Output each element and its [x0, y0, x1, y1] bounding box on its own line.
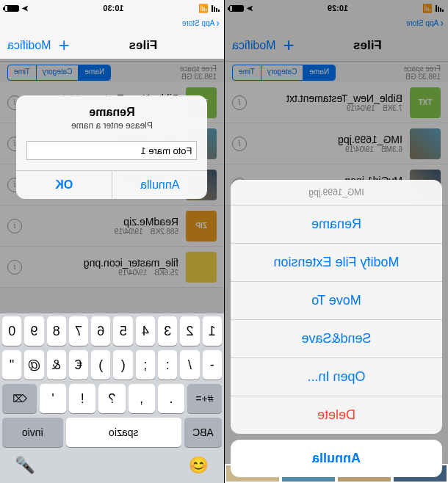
add-button[interactable]: + [59, 34, 70, 57]
key[interactable]: - [203, 350, 222, 380]
key[interactable]: ( [114, 350, 133, 380]
left-screenshot: 📶 10:30 ➤ ‹ App Store Files + Modifica F… [0, 0, 224, 483]
key[interactable]: ; [136, 350, 155, 380]
keyboard: 1 2 3 4 5 6 7 8 9 0 - / : ; ( ) € & @ [0, 313, 224, 483]
location-icon: ➤ [22, 4, 29, 13]
breadcrumb[interactable]: ‹ App Store [0, 16, 224, 29]
rename-dialog: Rename Please enter a name Annulla OK [17, 95, 208, 199]
key[interactable]: 5 [114, 316, 133, 346]
key[interactable]: 1 [203, 316, 222, 346]
sheet-rename[interactable]: Rename [231, 206, 442, 244]
status-time: 10:30 [103, 4, 123, 12]
nav-bar: Files + Modifica [0, 29, 224, 62]
abc-key[interactable]: ABC [184, 418, 222, 447]
ok-button[interactable]: OK [17, 171, 112, 199]
key[interactable]: @ [24, 350, 43, 380]
sheet-delete[interactable]: Delete [231, 396, 442, 434]
edit-button[interactable]: Modifica [7, 39, 51, 52]
key[interactable]: ' [40, 384, 66, 413]
key[interactable]: 7 [69, 316, 88, 346]
key[interactable]: 9 [24, 316, 43, 346]
breadcrumb-label: App Store [182, 19, 214, 27]
sheet-header: IMG_1699.jpg [231, 180, 442, 206]
cancel-button[interactable]: Annulla [112, 171, 208, 199]
page-title: Files [129, 38, 158, 53]
key[interactable]: ? [98, 384, 125, 413]
key[interactable]: ! [69, 384, 95, 413]
sheet-cancel[interactable]: Annulla [231, 440, 442, 477]
key[interactable]: 0 [2, 316, 21, 346]
shift-key[interactable]: #+= [187, 384, 222, 413]
dialog-title: Rename [27, 106, 198, 119]
key[interactable]: , [129, 384, 155, 413]
key[interactable]: & [47, 350, 66, 380]
sheet-open-in[interactable]: Open In... [231, 358, 442, 396]
space-key[interactable]: spazio [66, 418, 181, 447]
mic-key[interactable]: 🎤 [15, 456, 35, 475]
key[interactable]: " [2, 350, 21, 380]
key[interactable]: ) [91, 350, 110, 380]
key[interactable]: : [158, 350, 177, 380]
status-bar: 📶 10:30 ➤ [0, 0, 224, 16]
key[interactable]: € [69, 350, 88, 380]
key[interactable]: . [158, 384, 184, 413]
key[interactable]: 8 [47, 316, 66, 346]
key[interactable]: 6 [91, 316, 110, 346]
sheet-modify-ext[interactable]: Modify File Extension [231, 244, 442, 282]
chevron-left-icon: ‹ [216, 17, 220, 29]
right-screenshot: 📶 10:29 ➤ ‹ App Store Files + Modifica F… [224, 0, 448, 483]
sheet-move-to[interactable]: Move To [231, 282, 442, 320]
rename-input[interactable] [27, 141, 198, 160]
battery-icon [4, 5, 19, 12]
dialog-message: Please enter a name [27, 120, 198, 131]
key[interactable]: 2 [180, 316, 199, 346]
key[interactable]: 4 [136, 316, 155, 346]
key[interactable]: / [180, 350, 199, 380]
return-key[interactable]: invio [2, 418, 63, 447]
backspace-key[interactable]: ⌫ [2, 384, 37, 413]
emoji-key[interactable]: 😊 [189, 456, 209, 475]
action-sheet: IMG_1699.jpg Rename Modify File Extensio… [225, 174, 448, 483]
key[interactable]: 3 [158, 316, 177, 346]
sheet-send-save[interactable]: Send&Save [231, 320, 442, 358]
signal-icon [212, 5, 220, 12]
